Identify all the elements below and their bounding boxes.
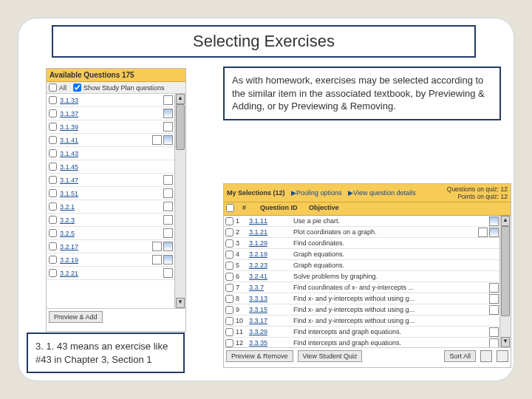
selections-scrollbar[interactable]: ▲ ▼: [499, 216, 511, 347]
selections-title: My Selections (12): [227, 189, 285, 197]
row-checkbox[interactable]: [49, 136, 57, 144]
scroll-up-icon[interactable]: ▲: [176, 94, 185, 104]
show-studyplan-checkbox[interactable]: [73, 83, 81, 92]
question-id-link[interactable]: 3.2.41: [249, 273, 293, 280]
question-id-link[interactable]: 3.1.41: [60, 137, 151, 144]
animation-icon[interactable]: [163, 188, 173, 198]
animation-icon[interactable]: [152, 135, 162, 145]
preview-add-button[interactable]: Preview & Add: [49, 311, 103, 323]
pooling-options-link[interactable]: ▶Pooling options: [291, 189, 342, 197]
row-checkbox[interactable]: [225, 295, 233, 303]
question-id-link[interactable]: 3.2.5: [60, 230, 162, 237]
row-checkbox[interactable]: [225, 339, 233, 347]
preview-remove-button[interactable]: Preview & Remove: [226, 350, 293, 362]
animation-icon[interactable]: [163, 95, 173, 105]
question-id-link[interactable]: 3.3.29: [249, 328, 293, 335]
row-checkbox[interactable]: [49, 216, 57, 224]
question-id-link[interactable]: 3.1.43: [60, 150, 173, 157]
row-checkbox[interactable]: [49, 96, 57, 104]
chart-icon[interactable]: [163, 242, 173, 251]
chart-icon[interactable]: [163, 255, 173, 265]
question-id-link[interactable]: 3.3.15: [249, 306, 293, 313]
objective-text: Solve problems by graphing.: [293, 273, 499, 280]
chart-icon[interactable]: [489, 216, 499, 226]
row-checkbox[interactable]: [225, 328, 233, 336]
row-checkbox[interactable]: [49, 109, 57, 117]
scroll-thumb[interactable]: [176, 104, 185, 150]
row-checkbox[interactable]: [225, 239, 233, 248]
callout-explain-id: 3. 1. 43 means an exercise like #43 in C…: [27, 332, 185, 373]
row-checkbox[interactable]: [225, 273, 233, 281]
question-id-link[interactable]: 3.2.1: [60, 203, 162, 211]
animation-icon[interactable]: [489, 294, 499, 304]
question-id-link[interactable]: 3.1.29: [249, 239, 293, 247]
question-id-link[interactable]: 3.3.7: [249, 284, 293, 291]
question-id-link[interactable]: 3.1.21: [249, 228, 293, 236]
animation-icon[interactable]: [489, 338, 499, 348]
row-checkbox[interactable]: [49, 202, 57, 211]
animation-icon[interactable]: [163, 202, 173, 211]
animation-icon[interactable]: [152, 242, 162, 251]
select-all-selections-checkbox[interactable]: [226, 204, 234, 212]
row-checkbox[interactable]: [49, 269, 57, 277]
animation-icon[interactable]: [163, 215, 173, 225]
row-checkbox[interactable]: [225, 250, 233, 259]
question-id-link[interactable]: 3.2.19: [249, 250, 293, 258]
row-checkbox[interactable]: [49, 149, 57, 157]
question-id-link[interactable]: 3.3.35: [249, 339, 293, 347]
question-id-link[interactable]: 3.2.19: [60, 256, 151, 264]
row-checkbox[interactable]: [225, 262, 233, 270]
row-checkbox[interactable]: [49, 163, 57, 171]
question-id-link[interactable]: 3.1.11: [249, 217, 293, 225]
row-checkbox[interactable]: [225, 228, 233, 236]
view-details-link[interactable]: ▶View question details: [348, 189, 415, 197]
scroll-thumb[interactable]: [501, 226, 510, 316]
question-id-link[interactable]: 3.1.39: [60, 123, 162, 131]
sort-all-button[interactable]: Sort All: [444, 350, 476, 362]
question-id-link[interactable]: 3.2.17: [60, 243, 151, 250]
question-id-link[interactable]: 3.3.17: [249, 317, 293, 324]
row-checkbox[interactable]: [49, 176, 57, 184]
question-id-link[interactable]: 3.2.3: [60, 216, 162, 224]
scroll-down-icon[interactable]: ▼: [501, 337, 510, 347]
chart-icon[interactable]: [489, 228, 499, 237]
row-checkbox[interactable]: [49, 242, 57, 250]
scroll-down-icon[interactable]: ▼: [176, 298, 185, 308]
row-checkbox[interactable]: [49, 123, 57, 131]
row-number: 7: [236, 284, 249, 291]
selection-row: 63.2.41Solve problems by graphing.: [224, 271, 500, 282]
available-scrollbar[interactable]: ▲ ▼: [174, 94, 185, 308]
animation-icon[interactable]: [163, 122, 173, 132]
question-id-link[interactable]: 3.2.21: [60, 270, 162, 277]
animation-icon[interactable]: [163, 268, 173, 278]
animation-icon[interactable]: [489, 305, 499, 315]
chart-icon[interactable]: [163, 109, 173, 118]
view-student-quiz-button[interactable]: View Student Quiz: [298, 350, 363, 362]
question-id-link[interactable]: 3.1.37: [60, 110, 162, 117]
question-id-link[interactable]: 3.1.45: [60, 163, 173, 171]
delete-icon[interactable]: [497, 350, 508, 362]
question-id-link[interactable]: 3.3.13: [249, 295, 293, 302]
row-checkbox[interactable]: [225, 217, 233, 225]
row-checkbox[interactable]: [225, 317, 233, 325]
question-id-link[interactable]: 3.1.51: [60, 190, 162, 197]
row-checkbox[interactable]: [49, 256, 57, 264]
question-id-link[interactable]: 3.1.33: [60, 97, 162, 104]
animation-icon[interactable]: [163, 175, 173, 185]
question-id-link[interactable]: 3.1.47: [60, 177, 162, 184]
selection-row: 33.1.29Find coordinates.: [224, 238, 500, 249]
animation-icon[interactable]: [163, 228, 173, 238]
row-checkbox[interactable]: [225, 306, 233, 314]
animation-icon[interactable]: [152, 255, 162, 265]
print-icon[interactable]: [480, 350, 492, 362]
chart-icon[interactable]: [163, 135, 173, 145]
select-all-checkbox[interactable]: [49, 83, 57, 92]
animation-icon[interactable]: [478, 228, 488, 237]
row-checkbox[interactable]: [49, 229, 57, 237]
scroll-up-icon[interactable]: ▲: [501, 216, 510, 226]
row-checkbox[interactable]: [49, 189, 57, 197]
animation-icon[interactable]: [489, 327, 499, 337]
question-id-link[interactable]: 3.2.23: [249, 262, 293, 269]
animation-icon[interactable]: [489, 283, 499, 293]
row-checkbox[interactable]: [225, 284, 233, 292]
